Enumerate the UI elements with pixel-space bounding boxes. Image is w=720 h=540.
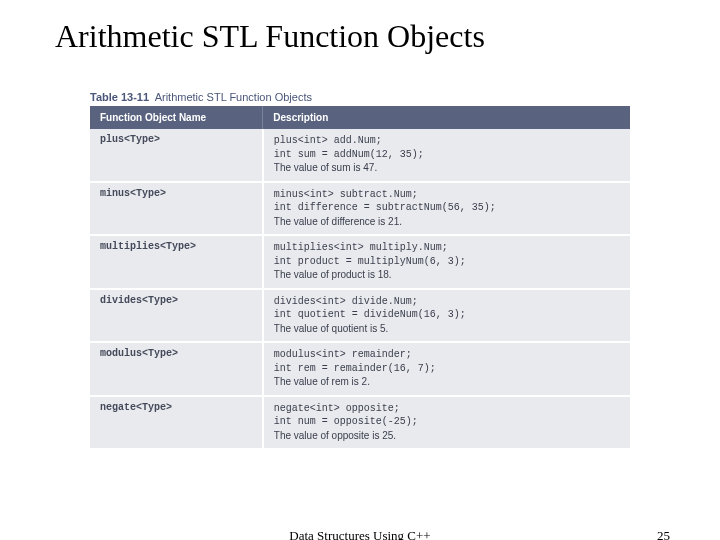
- cell-desc: divides<int> divide.Num; int quotient = …: [263, 289, 630, 343]
- table-row: divides<Type> divides<int> divide.Num; i…: [90, 289, 630, 343]
- table-row: negate<Type> negate<int> opposite; int n…: [90, 396, 630, 450]
- cell-desc: multiplies<int> multiply.Num; int produc…: [263, 235, 630, 289]
- function-object-table: Function Object Name Description plus<Ty…: [90, 106, 630, 450]
- table-caption-text: Arithmetic STL Function Objects: [155, 91, 312, 103]
- code-line: int rem = remainder(16, 7);: [274, 362, 620, 376]
- desc-text: The value of opposite is 25.: [274, 429, 620, 443]
- cell-name: negate<Type>: [90, 396, 263, 450]
- desc-text: The value of difference is 21.: [274, 215, 620, 229]
- cell-name: multiplies<Type>: [90, 235, 263, 289]
- table-row: minus<Type> minus<int> subtract.Num; int…: [90, 182, 630, 236]
- desc-text: The value of product is 18.: [274, 268, 620, 282]
- desc-text: The value of rem is 2.: [274, 375, 620, 389]
- code-line: divides<int> divide.Num;: [274, 295, 620, 309]
- table-number: Table 13-11: [90, 91, 149, 103]
- table-row: multiplies<Type> multiplies<int> multipl…: [90, 235, 630, 289]
- cell-name: divides<Type>: [90, 289, 263, 343]
- table-row: modulus<Type> modulus<int> remainder; in…: [90, 342, 630, 396]
- table-row: plus<Type> plus<int> add.Num; int sum = …: [90, 129, 630, 182]
- code-line: int difference = subtractNum(56, 35);: [274, 201, 620, 215]
- table-caption: Table 13-11 Arithmetic STL Function Obje…: [90, 91, 630, 103]
- cell-name: plus<Type>: [90, 129, 263, 182]
- col-header-desc: Description: [263, 106, 630, 129]
- footer-center-text: Data Structures Using C++: [289, 528, 430, 540]
- code-line: multiplies<int> multiply.Num;: [274, 241, 620, 255]
- slide-title: Arithmetic STL Function Objects: [0, 0, 720, 63]
- code-line: negate<int> opposite;: [274, 402, 620, 416]
- cell-desc: minus<int> subtract.Num; int difference …: [263, 182, 630, 236]
- desc-text: The value of sum is 47.: [274, 161, 620, 175]
- col-header-name: Function Object Name: [90, 106, 263, 129]
- cell-desc: modulus<int> remainder; int rem = remain…: [263, 342, 630, 396]
- code-line: modulus<int> remainder;: [274, 348, 620, 362]
- cell-desc: negate<int> opposite; int num = opposite…: [263, 396, 630, 450]
- code-line: int num = opposite(-25);: [274, 415, 620, 429]
- cell-name: minus<Type>: [90, 182, 263, 236]
- code-line: int product = multiplyNum(6, 3);: [274, 255, 620, 269]
- cell-name: modulus<Type>: [90, 342, 263, 396]
- code-line: int sum = addNum(12, 35);: [274, 148, 620, 162]
- desc-text: The value of quotient is 5.: [274, 322, 620, 336]
- cell-desc: plus<int> add.Num; int sum = addNum(12, …: [263, 129, 630, 182]
- code-line: minus<int> subtract.Num;: [274, 188, 620, 202]
- code-line: int quotient = divideNum(16, 3);: [274, 308, 620, 322]
- code-line: plus<int> add.Num;: [274, 134, 620, 148]
- table-container: Table 13-11 Arithmetic STL Function Obje…: [90, 91, 630, 450]
- page-number: 25: [657, 528, 670, 540]
